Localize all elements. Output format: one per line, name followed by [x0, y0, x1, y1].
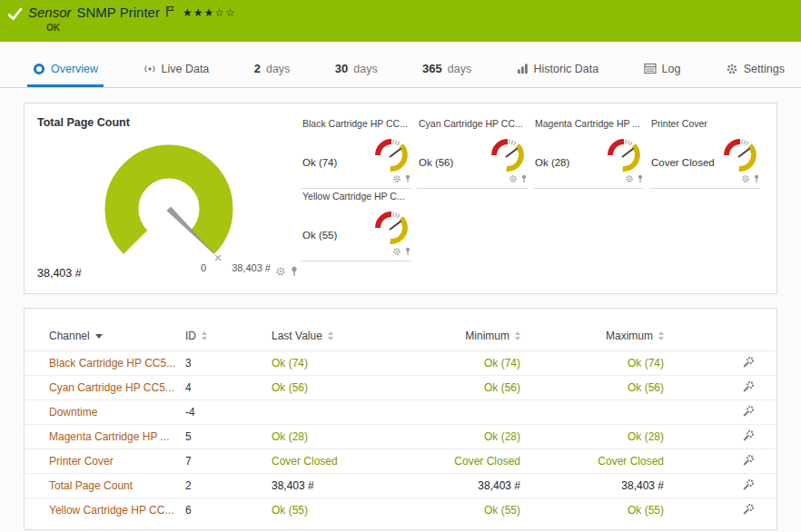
channel-link[interactable]: Downtime	[49, 406, 185, 419]
gauge-pin-icon[interactable]	[404, 171, 411, 187]
total-page-count-gauge: Total Page Count 0 38,403 # 38,403 #	[35, 113, 301, 284]
tab-label: Historic Data	[534, 63, 599, 75]
channel-id: 2	[185, 479, 272, 492]
channel-settings-icon[interactable]	[664, 454, 764, 469]
minimum-value: Ok (55)	[417, 504, 520, 517]
table-row: Downtime -4	[25, 399, 776, 424]
last-value: 38,403 #	[272, 479, 417, 492]
tab-day-word: days	[448, 63, 471, 75]
channel-table: Channel ID Last Value Minimum Maximum Bl…	[24, 308, 777, 530]
small-gauge-black-cartridge: Black Cartridge HP CC... Ok (74)	[301, 116, 411, 189]
channel-id: 4	[185, 381, 272, 394]
small-gauge-printer-cover: Printer Cover Cover Closed	[649, 116, 760, 189]
column-header-id[interactable]: ID	[185, 330, 272, 342]
channel-link[interactable]: Printer Cover	[49, 455, 185, 468]
priority-stars[interactable]: ★★★☆☆	[183, 6, 236, 19]
live-data-icon	[143, 63, 156, 75]
column-header-minimum[interactable]: Minimum	[417, 330, 520, 342]
sensor-type-label: Sensor	[28, 5, 72, 20]
tab-365-days[interactable]: 365 days	[417, 53, 477, 87]
tab-2-days[interactable]: 2 days	[249, 53, 296, 87]
channel-id: 3	[185, 357, 272, 369]
maximum-value: Ok (74)	[520, 357, 664, 369]
column-header-channel[interactable]: Channel	[49, 330, 185, 342]
channel-settings-icon[interactable]	[664, 380, 764, 396]
tab-live-data[interactable]: Live Data	[138, 53, 215, 87]
small-gauge-value: Ok (28)	[535, 157, 569, 168]
column-header-last-value[interactable]: Last Value	[272, 330, 417, 342]
channel-link[interactable]: Magenta Cartridge HP ...	[49, 430, 185, 443]
gauge-gear-icon[interactable]	[275, 264, 286, 281]
small-gauge-title: Cyan Cartridge HP CC...	[419, 118, 528, 132]
tab-historic-data[interactable]: Historic Data	[511, 53, 605, 87]
channel-settings-icon[interactable]	[664, 503, 764, 518]
flag-icon[interactable]	[165, 5, 175, 20]
maximum-value: 38,403 #	[520, 479, 664, 492]
channel-link[interactable]: Black Cartridge HP CC5...	[49, 357, 185, 369]
overview-icon	[33, 63, 45, 75]
small-gauge-title: Printer Cover	[651, 118, 760, 132]
tab-day-word: days	[266, 63, 290, 75]
gauge-pin-icon[interactable]	[290, 264, 299, 281]
sensor-status-badge: OK	[46, 23, 236, 33]
small-gauges-grid: Black Cartridge HP CC... Ok (74) Cyan Ca…	[301, 113, 766, 284]
table-header-row: Channel ID Last Value Minimum Maximum	[25, 321, 776, 350]
gauge-dial	[83, 131, 255, 269]
gauge-gear-icon[interactable]	[741, 171, 750, 187]
tab-day-count: 365	[422, 62, 442, 75]
tab-30-days[interactable]: 30 days	[330, 53, 383, 87]
tab-overview[interactable]: Overview	[27, 53, 104, 87]
maximum-value: Ok (28)	[520, 430, 664, 443]
small-gauge-magenta-cartridge: Magenta Cartridge HP ... Ok (28)	[533, 116, 644, 189]
channel-id: 6	[185, 504, 272, 517]
gauge-pin-icon[interactable]	[404, 243, 411, 260]
tab-day-count: 30	[335, 62, 348, 75]
settings-gear-icon	[726, 63, 738, 75]
column-header-maximum[interactable]: Maximum	[520, 330, 664, 342]
ok-check-icon	[7, 7, 23, 25]
small-gauge-dial	[371, 208, 411, 248]
gauge-current-value: 38,403 #	[37, 267, 82, 280]
small-gauge-value: Ok (56)	[419, 157, 453, 168]
small-gauge-dial	[604, 135, 644, 175]
tab-log[interactable]: Log	[638, 53, 687, 87]
last-value: Cover Closed	[272, 455, 417, 468]
small-gauge-value: Ok (55)	[302, 230, 337, 241]
channel-settings-icon[interactable]	[664, 356, 764, 371]
minimum-value: Ok (56)	[417, 381, 520, 394]
maximum-value: Ok (55)	[520, 504, 664, 517]
channel-settings-icon[interactable]	[664, 478, 764, 494]
small-gauge-title: Yellow Cartridge HP C...	[302, 191, 411, 204]
channel-id: 5	[185, 430, 272, 443]
gauge-gear-icon[interactable]	[392, 171, 401, 187]
small-gauge-value: Ok (74)	[302, 157, 337, 168]
tab-settings[interactable]: Settings	[720, 53, 790, 87]
gauge-gear-icon[interactable]	[392, 243, 401, 260]
channel-settings-icon[interactable]	[664, 405, 764, 420]
small-gauge-dial	[371, 135, 411, 175]
table-row: Yellow Cartridge HP CC... 6 Ok (55) Ok (…	[25, 498, 776, 522]
sort-desc-icon	[95, 334, 103, 339]
tab-day-word: days	[353, 63, 377, 75]
channel-settings-icon[interactable]	[664, 429, 764, 445]
channel-link[interactable]: Cyan Cartridge HP CC5...	[49, 381, 185, 394]
table-row: Total Page Count 2 38,403 # 38,403 # 38,…	[25, 473, 776, 498]
gauge-pin-icon[interactable]	[637, 171, 644, 187]
last-value: Ok (55)	[272, 504, 417, 517]
maximum-value: Cover Closed	[520, 455, 664, 468]
gauge-pin-icon[interactable]	[753, 171, 760, 187]
tab-label: Settings	[744, 63, 785, 75]
gauge-gear-icon[interactable]	[509, 171, 518, 187]
channel-link[interactable]: Total Page Count	[49, 479, 185, 492]
gauge-scale-max: 38,403 #	[232, 262, 271, 273]
minimum-value: Cover Closed	[417, 455, 520, 468]
gauge-pin-icon[interactable]	[520, 171, 528, 187]
channel-link[interactable]: Yellow Cartridge HP CC...	[49, 504, 185, 517]
table-row: Cyan Cartridge HP CC5... 4 Ok (56) Ok (5…	[25, 375, 776, 399]
sort-icon	[658, 331, 664, 340]
table-row: Magenta Cartridge HP ... 5 Ok (28) Ok (2…	[25, 424, 776, 448]
sensor-name: SNMP Printer	[77, 5, 160, 20]
tab-day-count: 2	[254, 62, 261, 75]
gauge-gear-icon[interactable]	[625, 171, 634, 187]
tab-bar: Overview Live Data 2 days 30 days 365 da…	[0, 53, 801, 88]
